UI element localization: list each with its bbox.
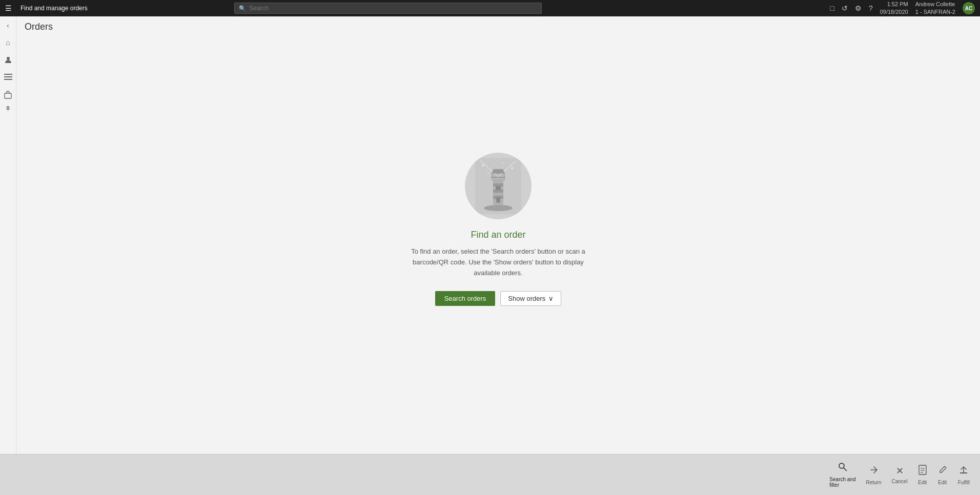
- menu-icon[interactable]: ☰: [5, 4, 15, 12]
- svg-rect-3: [4, 79, 12, 80]
- show-orders-button[interactable]: Show orders ∨: [500, 291, 561, 306]
- page-title: Orders: [16, 16, 980, 35]
- svg-rect-18: [496, 197, 500, 203]
- svg-rect-1: [4, 74, 12, 75]
- refresh-icon[interactable]: ↺: [842, 4, 848, 12]
- topbar-right: □ ↺ ⚙ ? 1:52 PM 09/18/2020 Andrew Collet…: [830, 1, 975, 16]
- cancel-action[interactable]: ✕ Cancel: [892, 465, 908, 484]
- fulfill-action[interactable]: Fulfill: [958, 465, 970, 485]
- sidebar-home[interactable]: ⌂: [1, 35, 15, 50]
- svg-point-21: [839, 463, 844, 468]
- empty-state-title: Find an order: [471, 230, 525, 240]
- search-filter-action[interactable]: Search andfilter: [829, 462, 855, 488]
- sidebar-customer[interactable]: [1, 53, 15, 67]
- back-button[interactable]: ‹: [7, 22, 9, 29]
- edit-doc-icon: [918, 465, 927, 478]
- edit-pencil-action[interactable]: Edit: [937, 465, 948, 485]
- svg-point-6: [482, 165, 484, 167]
- show-orders-label: Show orders: [508, 295, 545, 302]
- settings-icon[interactable]: ⚙: [855, 4, 862, 12]
- svg-rect-27: [960, 472, 967, 473]
- topbar: ☰ Find and manage orders 🔍 □ ↺ ⚙ ? 1:52 …: [0, 0, 980, 16]
- sidebar-list[interactable]: [1, 70, 15, 85]
- svg-rect-23: [919, 465, 926, 475]
- avatar[interactable]: AC: [963, 2, 975, 14]
- svg-point-8: [503, 162, 504, 163]
- return-label: Return: [866, 480, 882, 485]
- svg-point-0: [7, 57, 10, 60]
- edit-doc-action[interactable]: Edit: [918, 465, 927, 485]
- svg-rect-19: [496, 186, 501, 190]
- search-orders-button[interactable]: Search orders: [435, 291, 496, 306]
- return-icon: [869, 465, 879, 478]
- user-name: Andrew Collette: [915, 1, 955, 8]
- help-icon[interactable]: ?: [869, 4, 873, 12]
- sidebar-bag[interactable]: [1, 88, 15, 102]
- svg-rect-20: [491, 177, 505, 178]
- return-action[interactable]: Return: [866, 465, 882, 485]
- svg-line-22: [844, 468, 847, 471]
- search-icon: 🔍: [239, 5, 246, 12]
- search-input[interactable]: [249, 5, 537, 12]
- fulfill-label: Fulfill: [958, 480, 970, 485]
- edit-pencil-label: Edit: [938, 480, 947, 485]
- user-info: 1 - SANFRAN-2: [915, 8, 955, 16]
- empty-state-actions: Search orders Show orders ∨: [435, 291, 562, 306]
- main-layout: ‹ ⌂ 0 Orders: [0, 16, 980, 454]
- app-title: Find and manage orders: [21, 5, 88, 12]
- edit-pencil-icon: [937, 465, 948, 478]
- svg-marker-17: [492, 169, 505, 173]
- date-display: 09/18/2020: [880, 8, 908, 16]
- content-area: Orders: [16, 16, 980, 454]
- svg-point-7: [512, 168, 513, 169]
- edit-doc-label: Edit: [918, 480, 927, 485]
- bottombar: Search andfilter Return ✕ Cancel: [0, 454, 980, 495]
- svg-point-10: [484, 205, 513, 211]
- svg-rect-2: [4, 76, 12, 77]
- cancel-label: Cancel: [892, 479, 908, 484]
- empty-state: Find an order To find an order, select t…: [16, 35, 980, 454]
- chevron-down-icon: ∨: [548, 295, 554, 302]
- search-filter-label: Search andfilter: [829, 477, 855, 488]
- fulfill-icon: [958, 465, 969, 478]
- cancel-icon: ✕: [896, 465, 904, 477]
- bottombar-actions: Search andfilter Return ✕ Cancel: [829, 462, 970, 488]
- search-bar[interactable]: 🔍: [234, 3, 542, 14]
- search-filter-icon: [838, 462, 848, 475]
- empty-state-illustration: [465, 153, 532, 219]
- sidebar-badge-zero: 0: [6, 105, 9, 111]
- svg-rect-4: [5, 93, 11, 98]
- time-display: 1:52 PM: [887, 1, 908, 8]
- svg-point-9: [487, 173, 488, 174]
- monitor-icon[interactable]: □: [830, 4, 834, 12]
- empty-state-description: To find an order, select the 'Search ord…: [406, 246, 590, 278]
- sidebar: ‹ ⌂ 0: [0, 16, 16, 454]
